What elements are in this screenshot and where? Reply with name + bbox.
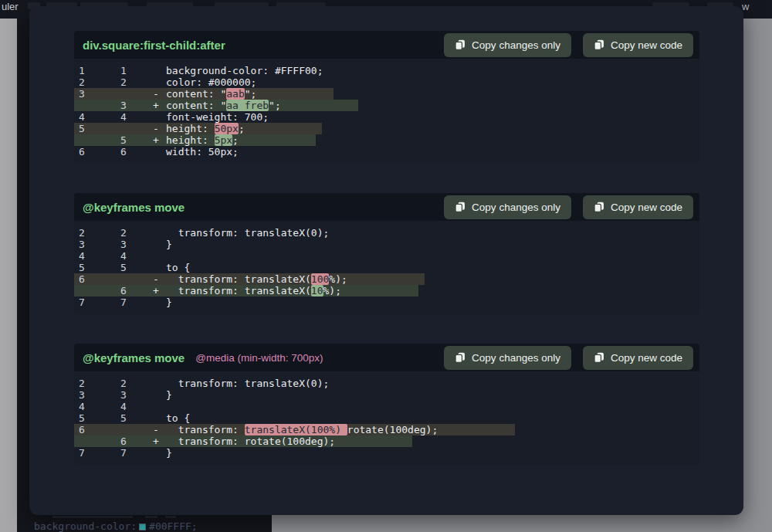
added-word-highlight: 10 xyxy=(311,285,323,296)
diff-row-strip: 66width: 50px; xyxy=(74,146,239,158)
button-label: Copy new code xyxy=(611,39,682,51)
button-label: Copy new code xyxy=(611,202,682,213)
diff-row: 22 transform: translateX(0); xyxy=(74,227,699,239)
diff-marker: - xyxy=(151,88,166,100)
code-line: } xyxy=(166,447,172,459)
diff-row: 22color: #000000; xyxy=(74,76,699,88)
code-line: transform: rotate(100deg); xyxy=(166,435,335,447)
new-line-number: 5 xyxy=(117,262,151,273)
new-line-number: 3 xyxy=(117,239,151,250)
code-line: width: 50px; xyxy=(166,146,239,158)
new-line-number: 7 xyxy=(117,296,151,308)
new-line-number: 3 xyxy=(117,100,151,111)
diff-marker: + xyxy=(151,134,166,146)
diff-marker xyxy=(151,111,166,123)
removed-word-highlight: 50px xyxy=(215,123,239,134)
old-line-number: 1 xyxy=(74,65,117,76)
old-line-number xyxy=(74,285,117,296)
diff-marker xyxy=(151,401,166,412)
code-line: transform: translateX(0); xyxy=(166,227,329,239)
css-selector-title: div.square:first-child:after xyxy=(83,39,225,52)
button-label: Copy changes only xyxy=(472,39,560,51)
diff-marker xyxy=(151,76,166,88)
new-line-number: 6 xyxy=(117,435,151,447)
new-line-number: 2 xyxy=(117,76,151,88)
old-line-number: 7 xyxy=(74,447,117,459)
media-query-label: @media (min-width: 700px) xyxy=(195,352,323,364)
diff-row-strip: 55to { xyxy=(74,262,190,273)
copy-icon xyxy=(594,202,604,212)
diff-row-strip: 6+ transform: translateX(10%); xyxy=(74,285,418,296)
diff-row: 6+ transform: translateX(10%); xyxy=(74,285,699,296)
page-edge xyxy=(0,19,17,532)
button-label: Copy changes only xyxy=(472,352,560,364)
copy-new-code-button[interactable]: Copy new code xyxy=(583,33,693,57)
old-line-number: 6 xyxy=(74,273,117,285)
section-header: @keyframes move@media (min-width: 700px)… xyxy=(74,344,699,371)
diff-row: 33} xyxy=(74,389,699,401)
copy-icon xyxy=(594,352,604,363)
code-line: transform: translateX(10%); xyxy=(166,285,341,296)
code-line: } xyxy=(166,296,172,308)
diff-row: 5+height: 5px; xyxy=(74,134,699,146)
toolbar-text-fragment-left: uler xyxy=(2,1,19,12)
diff-marker xyxy=(151,250,166,262)
diff-marker xyxy=(151,262,166,273)
code-line: } xyxy=(166,239,172,250)
code-line: content: "aa freb"; xyxy=(166,100,281,111)
diff-marker: + xyxy=(151,435,166,447)
diff-row: 44 xyxy=(74,250,699,262)
diff-marker: + xyxy=(151,100,166,111)
new-line-number: 6 xyxy=(117,146,151,158)
added-word-highlight: aa freb xyxy=(226,100,269,111)
old-line-number: 6 xyxy=(74,146,117,158)
new-line-number: 5 xyxy=(117,412,151,424)
code-line: content: "aab"; xyxy=(166,88,256,100)
old-line-number: 2 xyxy=(74,378,117,389)
diff-row-strip: 33} xyxy=(74,239,172,250)
diff-code-block: 22 transform: translateX(0);33}4455to {6… xyxy=(74,371,699,465)
diff-marker xyxy=(151,296,166,308)
code-line: font-weight: 700; xyxy=(166,111,269,123)
diff-row: 44font-weight: 700; xyxy=(74,111,699,123)
diff-row: 77} xyxy=(74,296,699,308)
clipped-text-mark xyxy=(145,516,157,518)
copy-new-code-button[interactable]: Copy new code xyxy=(583,195,693,219)
css-selector-title: @keyframes move xyxy=(83,351,185,364)
toolbar-text-fragment-right: w xyxy=(742,1,749,12)
old-line-number: 3 xyxy=(74,389,117,401)
code-line: background-color: #FFFF00; xyxy=(166,65,323,76)
copy-changes-only-button[interactable]: Copy changes only xyxy=(444,346,571,370)
color-swatch-icon[interactable] xyxy=(139,524,146,530)
old-line-number: 7 xyxy=(74,296,117,308)
copy-new-code-button[interactable]: Copy new code xyxy=(583,346,693,370)
diff-marker xyxy=(151,146,166,158)
code-line: height: 5px; xyxy=(166,134,239,146)
copy-changes-only-button[interactable]: Copy changes only xyxy=(444,33,571,57)
diff-marker: - xyxy=(151,123,166,134)
diff-row: 11background-color: #FFFF00; xyxy=(74,65,699,76)
added-word-highlight: 5px xyxy=(215,134,232,146)
copy-changes-only-button[interactable]: Copy changes only xyxy=(444,195,571,219)
new-line-number: 7 xyxy=(117,447,151,459)
code-line: } xyxy=(166,389,172,401)
diff-row: 55to { xyxy=(74,262,699,273)
css-declaration: background-color:#00FFFF; xyxy=(34,520,198,532)
diff-marker xyxy=(151,447,166,459)
new-line-number: 2 xyxy=(117,378,151,389)
diff-marker xyxy=(151,65,166,76)
removed-word-highlight: translateX(100%) xyxy=(245,424,347,435)
new-line-number: 4 xyxy=(117,401,151,412)
diff-code-block: 11background-color: #FFFF00;22color: #00… xyxy=(74,59,699,164)
diff-row: 55to { xyxy=(74,412,699,424)
diff-row: 3-content: "aab"; xyxy=(74,88,699,100)
old-line-number: 6 xyxy=(74,424,117,435)
new-line-number xyxy=(117,273,151,285)
diff-row-strip: 6- transform: translateX(100%) rotate(10… xyxy=(74,424,515,435)
old-line-number: 2 xyxy=(74,227,117,239)
css-diff-modal: div.square:first-child:afterCopy changes… xyxy=(29,6,743,515)
new-line-number: 2 xyxy=(117,227,151,239)
copy-icon xyxy=(594,39,604,50)
code-line: transform: translateX(0); xyxy=(166,378,329,389)
code-line: color: #000000; xyxy=(166,76,256,88)
